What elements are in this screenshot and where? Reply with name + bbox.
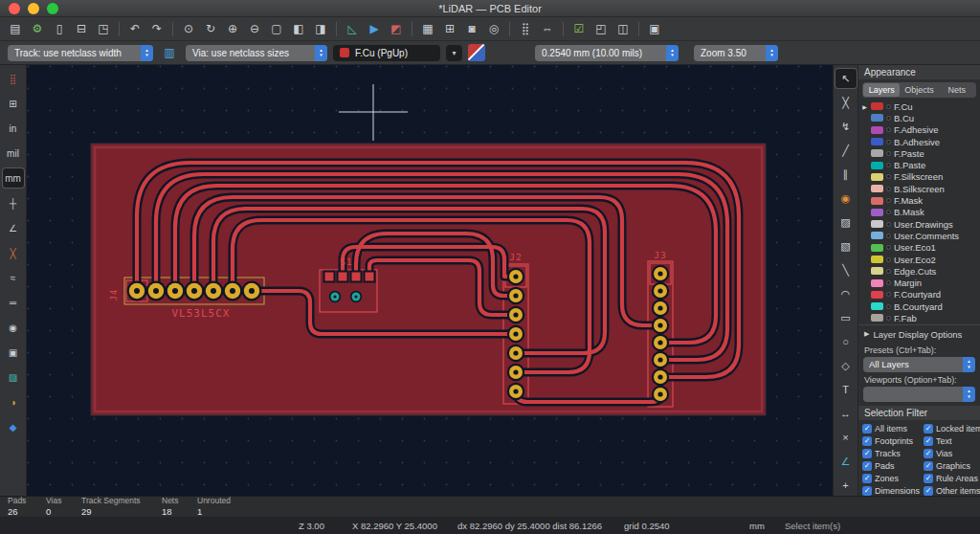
appearance-manager-icon[interactable]: ◆ bbox=[3, 417, 24, 436]
layer-bsilkscreen[interactable]: B.Silkscreen bbox=[860, 183, 980, 194]
unlock-button[interactable]: ◎ bbox=[483, 19, 504, 38]
layer-visibility-icon[interactable] bbox=[886, 234, 891, 238]
pcb-drawing[interactable]: J4 VL53L5CX S1 J2 J3 bbox=[27, 65, 833, 496]
route-single-track-tool[interactable]: ╱ bbox=[835, 141, 857, 160]
add-text-tool[interactable]: T bbox=[835, 380, 857, 399]
filter-footprints[interactable]: Footprints bbox=[862, 436, 922, 446]
align-tools-button[interactable]: ⊞ bbox=[439, 19, 460, 38]
layer-color-swatch[interactable] bbox=[871, 256, 883, 263]
draw-rectangle-tool[interactable]: ▭ bbox=[835, 308, 857, 327]
draw-line-tool[interactable]: ╲ bbox=[835, 260, 857, 279]
layer-visibility-icon[interactable] bbox=[886, 127, 891, 132]
layer-fadhesive[interactable]: F.Adhesive bbox=[860, 124, 980, 136]
filter-vias[interactable]: Vias bbox=[924, 449, 980, 458]
zoom-select[interactable]: Zoom 3.50 ▲▼ bbox=[694, 45, 778, 61]
layer-userdrawings[interactable]: User.Drawings bbox=[860, 218, 980, 230]
drill-origin-tool[interactable]: + bbox=[835, 476, 857, 495]
plot-button[interactable]: ◳ bbox=[93, 19, 114, 38]
add-via-tool[interactable]: ◉ bbox=[835, 189, 857, 208]
filter-tracks[interactable]: Tracks bbox=[862, 449, 922, 458]
layer-visibility-icon[interactable] bbox=[886, 280, 891, 285]
layer-bcourtyard[interactable]: B.Courtyard bbox=[860, 300, 980, 312]
layer-color-swatch[interactable] bbox=[871, 197, 883, 205]
edit-predefined-sizes-button[interactable]: ▥ bbox=[159, 43, 180, 62]
active-layer-select[interactable]: F.Cu (PgUp) bbox=[333, 45, 440, 61]
add-rule-area-tool[interactable]: ▧ bbox=[835, 236, 857, 256]
layer-color-swatch[interactable] bbox=[871, 126, 883, 134]
refresh-view-button[interactable]: ↻ bbox=[200, 19, 221, 38]
tab-objects[interactable]: Objects bbox=[901, 83, 937, 97]
layer-color-swatch[interactable] bbox=[871, 279, 883, 287]
array-button[interactable]: ⣿ bbox=[515, 19, 536, 38]
print-button[interactable]: ⊟ bbox=[71, 19, 92, 38]
toggle-grid-icon[interactable]: ⣿ bbox=[3, 69, 24, 88]
presets-select[interactable]: All Layers ▲▼ bbox=[863, 357, 975, 372]
filter-locked-items[interactable]: Locked items bbox=[924, 424, 980, 434]
layer-color-swatch[interactable] bbox=[871, 244, 883, 252]
layer-visibility-icon[interactable] bbox=[886, 222, 891, 227]
filter-graphics[interactable]: Graphics bbox=[924, 461, 980, 471]
layer-display-options[interactable]: ▶ Layer Display Options bbox=[858, 324, 980, 343]
grid-settings-icon[interactable]: ⊞ bbox=[3, 94, 24, 113]
zoom-out-button[interactable]: ⊖ bbox=[244, 19, 265, 38]
draw-circle-tool[interactable]: ○ bbox=[835, 332, 857, 351]
measure-tool[interactable]: ∠ bbox=[835, 452, 857, 471]
inactive-layer-dim-icon[interactable]: ◑ bbox=[3, 392, 24, 412]
tab-nets[interactable]: Nets bbox=[939, 83, 975, 97]
select-tool[interactable]: ↖ bbox=[835, 69, 857, 88]
undo-button[interactable]: ↶ bbox=[124, 19, 145, 38]
zoom-to-selection-button[interactable]: ◧ bbox=[288, 19, 309, 38]
footprint-editor-button[interactable]: ◰ bbox=[590, 19, 612, 38]
highlight-net-tool[interactable]: ↯ bbox=[835, 117, 857, 136]
filter-pads[interactable]: Pads bbox=[862, 461, 922, 471]
track-display-mode-icon[interactable]: ═ bbox=[3, 293, 24, 312]
layer-visibility-icon[interactable] bbox=[886, 151, 891, 156]
layer-color-swatch[interactable] bbox=[871, 138, 883, 145]
layer-visibility-icon[interactable] bbox=[886, 304, 891, 309]
add-dimension-tool[interactable]: ↔ bbox=[835, 404, 857, 423]
layer-margin[interactable]: Margin bbox=[860, 277, 980, 288]
ratsnest-visibility-icon[interactable]: ╳ bbox=[3, 243, 24, 262]
save-button[interactable]: ▤ bbox=[5, 19, 26, 38]
layer-fmask[interactable]: F.Mask bbox=[860, 194, 980, 206]
filter-zones[interactable]: Zones bbox=[862, 474, 922, 483]
layer-color-swatch[interactable] bbox=[871, 102, 883, 110]
curved-ratsnest-icon[interactable]: ≈ bbox=[3, 268, 24, 287]
layer-visibility-icon[interactable] bbox=[886, 140, 891, 145]
pad-display-mode-icon[interactable]: ▣ bbox=[3, 343, 24, 362]
layer-edgecuts[interactable]: Edge.Cuts bbox=[860, 265, 980, 277]
find-button[interactable]: ⊙ bbox=[178, 19, 199, 38]
via-size-select[interactable]: Via: use netclass sizes ▲▼ bbox=[186, 45, 327, 61]
board-setup-button[interactable]: ⚙ bbox=[27, 19, 48, 38]
layer-color-swatch[interactable] bbox=[871, 267, 883, 275]
layer-bpaste[interactable]: B.Paste bbox=[860, 159, 980, 170]
layer-color-swatch[interactable] bbox=[871, 302, 883, 310]
page-settings-button[interactable]: ▯ bbox=[49, 19, 70, 38]
redo-button[interactable]: ↷ bbox=[146, 19, 167, 38]
local-ratsnest-tool[interactable]: ╳ bbox=[835, 93, 857, 112]
layer-color-swatch[interactable] bbox=[871, 232, 883, 239]
layer-color-swatch[interactable] bbox=[871, 173, 883, 181]
layer-fsilkscreen[interactable]: F.Silkscreen bbox=[860, 171, 980, 183]
layer-visibility-icon[interactable] bbox=[886, 269, 891, 274]
layer-color-swatch[interactable] bbox=[871, 162, 883, 169]
draw-arc-tool[interactable]: ◠ bbox=[835, 284, 857, 303]
layer-visibility-icon[interactable] bbox=[886, 210, 891, 214]
layer-ffab[interactable]: F.Fab bbox=[860, 312, 980, 323]
via-display-mode-icon[interactable]: ◉ bbox=[3, 318, 24, 337]
layer-fpaste[interactable]: F.Paste bbox=[860, 147, 980, 159]
close-window-button[interactable] bbox=[9, 3, 20, 14]
measure-button[interactable]: ⇔ bbox=[537, 19, 558, 38]
units-inches-button[interactable]: in bbox=[3, 119, 24, 138]
layer-visibility-icon[interactable] bbox=[886, 292, 891, 297]
layer-visibility-icon[interactable] bbox=[886, 257, 891, 262]
layer-badhesive[interactable]: B.Adhesive bbox=[860, 136, 980, 147]
high-contrast-mode-button[interactable]: ◩ bbox=[386, 19, 407, 38]
layer-bmask[interactable]: B.Mask bbox=[860, 207, 980, 218]
lock-button[interactable]: ◙ bbox=[461, 19, 482, 38]
zoom-to-objects-button[interactable]: ◨ bbox=[310, 19, 331, 38]
route-differential-pair-tool[interactable]: ∥ bbox=[835, 165, 857, 184]
layer-pair-toggle-button[interactable] bbox=[468, 44, 485, 61]
layer-color-swatch[interactable] bbox=[871, 291, 883, 299]
layer-color-swatch[interactable] bbox=[871, 209, 883, 216]
